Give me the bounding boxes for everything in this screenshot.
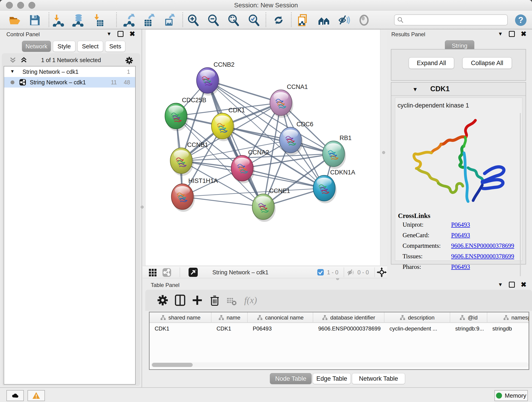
table-cell[interactable]: cyclin-dependent ... [385,323,450,334]
close-panel-icon[interactable]: ✖ [521,31,526,37]
table-cell[interactable]: CDK1 [150,323,211,334]
column-header[interactable]: namespace [487,313,529,323]
network-row-selected[interactable]: String Network – cdk1 11 48 [4,77,135,88]
close-panel-icon[interactable]: ✖ [521,282,526,288]
edge[interactable] [208,80,263,207]
open-session-button[interactable] [8,13,22,27]
network-view-icon[interactable] [162,268,171,277]
zoom-in-button[interactable] [186,13,199,27]
table-cell[interactable]: 9606.ENSP00000378699 [313,323,385,334]
gear-icon[interactable] [125,56,134,65]
table-cell[interactable]: stringdb [487,323,529,334]
collapse-all-button[interactable]: Collapse All [462,57,512,69]
node-RB1[interactable]: RB1 [323,134,352,169]
node-CCNA1[interactable]: CCNA1 [270,83,308,118]
crosslink-link[interactable]: P06493 [451,263,470,270]
expand-all-button[interactable]: Expand All [409,57,454,69]
grid-view-icon[interactable] [148,268,157,277]
tab-style[interactable]: Style [53,41,75,52]
collapse-panel-icon[interactable]: ▼ [107,31,112,37]
gene-header[interactable]: ▼ CDK1 [391,83,526,96]
selected-checkbox-icon[interactable] [317,269,324,276]
crosslink-link[interactable]: 9606.ENSP00000378699 [451,242,514,249]
zoom-selected-button[interactable] [247,13,260,27]
close-panel-icon[interactable]: ✖ [129,31,135,37]
table-row[interactable]: CDK1 CDK1 P06493 9606.ENSP00000378699 cy… [150,323,529,334]
tab-sets[interactable]: Sets [105,41,125,52]
detach-view-icon[interactable] [188,268,198,277]
add-column-icon[interactable] [191,294,204,307]
node-CDC25B[interactable]: CDC25B [165,97,206,131]
collapse-panel-icon[interactable]: ▼ [498,282,503,288]
node-CCNB2[interactable]: CCNB2 [196,61,234,96]
table-cell[interactable]: P06493 [248,323,313,334]
tab-node-table[interactable]: Node Table [270,373,312,384]
function-builder-icon[interactable]: f(x) [244,295,257,306]
zoom-out-icon [206,14,219,27]
node-CDC6[interactable]: CDC6 [279,121,313,155]
node-CCNB1[interactable]: CCNB1 [170,141,208,176]
gene-expander-icon[interactable]: ▼ [412,86,418,93]
horizontal-scrollbar[interactable] [151,362,529,367]
import-network-database-button[interactable] [71,13,85,27]
tab-network-table[interactable]: Network Table [352,373,405,384]
show-panel-button[interactable] [357,13,371,27]
zoom-fit-button[interactable] [226,13,240,27]
network-canvas[interactable]: CCNB2CCNA1CDC25BCDK1CDC6RB1CCNB1CCNA2CDK… [145,29,380,266]
column-header[interactable]: database identifier [313,313,385,323]
clone-network-button[interactable] [297,13,310,27]
search-input[interactable] [404,15,507,25]
float-panel-icon[interactable] [509,31,515,37]
column-header[interactable]: description [385,313,450,323]
network-graph[interactable]: CCNB2CCNA1CDC25BCDK1CDC6RB1CCNB1CCNA2CDK… [146,30,380,266]
left-splitter-handle[interactable] [141,206,144,209]
float-panel-icon[interactable] [509,282,515,288]
network-collection-row[interactable]: ▼ String Network – cdk1 1 [4,66,135,77]
import-table-file-button[interactable] [92,13,105,27]
hide-panel-button[interactable] [337,13,351,27]
results-scrollbar[interactable] [520,113,521,276]
delete-column-trash-icon[interactable] [208,294,221,307]
import-network-file-button[interactable] [51,13,65,27]
column-header[interactable]: name [211,313,248,323]
node-CCNE1[interactable]: CCNE1 [252,187,290,222]
crosslink-link[interactable]: P06493 [451,221,470,228]
node-HIST1H1A[interactable]: HIST1H1A [171,177,218,212]
node-table[interactable]: shared name name canonical name database… [149,312,529,370]
home-networks-button[interactable] [317,13,331,27]
table-settings-gear-icon[interactable] [156,294,169,307]
warnings-button[interactable] [27,390,45,401]
node-CDKN1A[interactable]: CDKN1A [313,169,355,203]
export-image-button[interactable] [163,13,176,27]
collapse-panel-icon[interactable]: ▼ [498,31,503,37]
scrollbar-thumb[interactable] [152,363,193,367]
zoom-out-button[interactable] [206,13,220,27]
hidden-eye-slash-icon[interactable] [347,268,355,277]
crosslink-link[interactable]: 9606.ENSP00000378699 [451,253,514,260]
delete-table-icon[interactable] [227,296,237,306]
export-table-button[interactable] [143,13,156,27]
right-splitter-handle[interactable] [382,151,385,154]
table-cell[interactable]: stringdb:9... [450,323,487,334]
export-network-button[interactable] [123,13,136,27]
save-session-button[interactable] [28,13,41,27]
tab-select[interactable]: Select [77,41,103,52]
node-label: CDK1 [228,107,245,114]
search-box[interactable] [394,14,508,26]
collection-expander-icon[interactable]: ▼ [10,69,15,74]
table-cell[interactable]: CDK1 [211,323,248,334]
tab-edge-table[interactable]: Edge Table [313,373,351,384]
memory-button[interactable]: Memory [494,390,528,401]
crosslink-link[interactable]: P06493 [451,232,470,239]
cloud-status-button[interactable] [6,390,24,401]
float-panel-icon[interactable] [118,31,123,37]
pan-crosshair-icon[interactable] [377,267,387,277]
refresh-button[interactable] [272,13,285,27]
help-button[interactable]: ? [514,13,527,27]
show-columns-icon[interactable] [174,294,186,307]
column-header[interactable]: shared name [150,313,211,323]
tab-network[interactable]: Network [22,41,51,52]
column-header[interactable]: @id [450,313,487,323]
database-icon [72,14,85,27]
column-header[interactable]: canonical name [248,313,313,323]
